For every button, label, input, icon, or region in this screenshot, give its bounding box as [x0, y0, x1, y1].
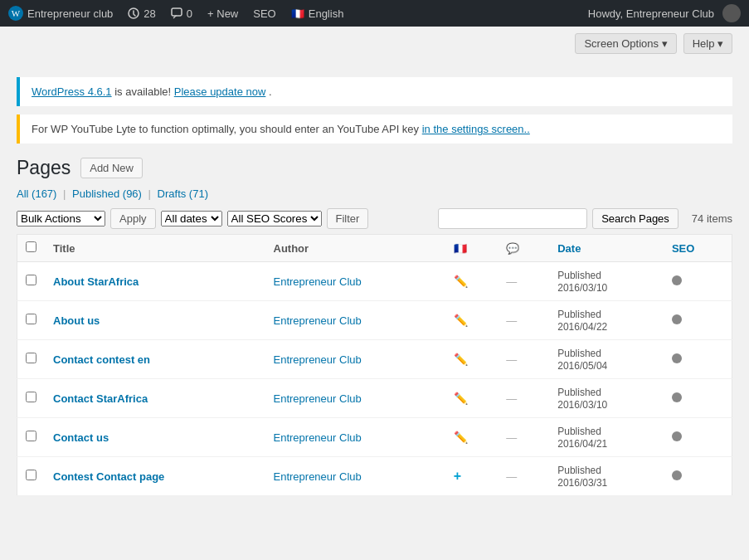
page-title-link[interactable]: Contact StarAfrica	[53, 392, 148, 405]
settings-screen-link[interactable]: in the settings screen..	[422, 123, 530, 135]
row-flag-cell: ✏️	[445, 340, 499, 379]
seo-header: SEO	[664, 235, 732, 262]
table-row: Contest Contact page Entrepreneur Club +…	[17, 457, 732, 496]
filter-all-link[interactable]: All (167)	[17, 187, 60, 200]
page-title-link[interactable]: Contact us	[53, 431, 109, 444]
dash-text: —	[506, 275, 517, 288]
howdy-text: Howdy, Entrepreneur Club	[588, 7, 714, 20]
author-link[interactable]: Entrepreneur Club	[274, 353, 362, 366]
date-value: 2016/05/04	[557, 360, 607, 372]
row-checkbox[interactable]	[26, 431, 36, 441]
page-title-link[interactable]: Contact contest en	[53, 353, 150, 366]
row-checkbox-cell	[17, 301, 46, 340]
edit-icon: ✏️	[454, 392, 468, 405]
seo-indicator	[672, 431, 682, 441]
seo-indicator	[672, 314, 682, 324]
comment-bubble-icon: 💬	[506, 242, 519, 255]
row-checkbox-cell	[17, 340, 46, 379]
select-all-header	[17, 235, 46, 262]
date-value: 2016/03/31	[557, 477, 607, 489]
row-checkbox-cell	[17, 418, 46, 457]
site-name[interactable]: W Entrepreneur club	[8, 6, 113, 21]
date-value: 2016/04/22	[557, 321, 607, 333]
page-title-link[interactable]: Contest Contact page	[53, 470, 164, 483]
edit-icon: ✏️	[454, 275, 468, 288]
wordpress-version-link[interactable]: WordPress 4.6.1	[32, 85, 112, 98]
pages-table: Title Author 🇫🇷 💬 Date SEO About StarAfr…	[17, 234, 732, 496]
filter-published-link[interactable]: Published (96)	[72, 187, 144, 200]
row-title-cell: Contact StarAfrica	[45, 379, 265, 418]
row-checkbox[interactable]	[26, 314, 36, 324]
row-dash-cell: —	[498, 340, 549, 379]
dash-text: —	[506, 353, 517, 366]
header-flag-icon: 🇫🇷	[454, 242, 467, 255]
new-item[interactable]: + New	[207, 7, 238, 20]
screen-options-button[interactable]: Screen Options ▾	[575, 33, 676, 54]
seo-item[interactable]: SEO	[253, 7, 275, 20]
table-row: About StarAfrica Entrepreneur Club ✏️ — …	[17, 262, 732, 301]
author-link[interactable]: Entrepreneur Club	[274, 431, 362, 444]
row-checkbox-cell	[17, 262, 46, 301]
row-checkbox[interactable]	[26, 392, 36, 402]
row-seo-cell	[664, 418, 732, 457]
row-seo-cell	[664, 379, 732, 418]
row-author-cell: Entrepreneur Club	[265, 418, 445, 457]
row-dash-cell: —	[498, 262, 549, 301]
row-author-cell: Entrepreneur Club	[265, 262, 445, 301]
comments-icon	[171, 7, 182, 19]
items-count: 74 items	[692, 212, 732, 225]
date-status: Published	[557, 387, 601, 398]
page-title-area: Pages Add New	[17, 157, 732, 179]
row-flag-cell: ✏️	[445, 418, 499, 457]
row-checkbox[interactable]	[26, 470, 36, 480]
search-input[interactable]	[438, 208, 587, 229]
row-flag-cell: ✏️	[445, 379, 499, 418]
row-title-cell: Contact us	[45, 418, 265, 457]
svg-rect-3	[172, 8, 182, 16]
row-checkbox[interactable]	[26, 353, 36, 363]
row-date-cell: Published 2016/04/22	[549, 301, 664, 340]
search-pages-button[interactable]: Search Pages	[592, 208, 678, 229]
language-item[interactable]: 🇫🇷 English	[291, 7, 344, 20]
updates-item[interactable]: 28	[128, 7, 155, 20]
date-status: Published	[557, 270, 601, 281]
date-header: Date	[549, 235, 664, 262]
updates-icon	[128, 7, 139, 19]
admin-bar: W Entrepreneur club 28 0 + New SEO 🇫🇷 En…	[0, 0, 749, 27]
seo-indicator	[672, 470, 682, 480]
table-row: About us Entrepreneur Club ✏️ — Publishe…	[17, 301, 732, 340]
row-dash-cell: —	[498, 418, 549, 457]
filter-button[interactable]: Filter	[327, 208, 369, 229]
row-title-cell: About us	[45, 301, 265, 340]
comments-item[interactable]: 0	[171, 7, 192, 20]
add-new-button[interactable]: Add New	[80, 158, 143, 178]
seo-filter-select[interactable]: All SEO Scores	[227, 211, 322, 226]
row-checkbox-cell	[17, 457, 46, 496]
dash-text: —	[506, 314, 517, 327]
author-link[interactable]: Entrepreneur Club	[274, 314, 362, 327]
wp-logo-icon: W	[8, 6, 23, 21]
author-link[interactable]: Entrepreneur Club	[274, 275, 362, 288]
page-title-link[interactable]: About StarAfrica	[53, 275, 139, 288]
help-button[interactable]: Help ▾	[683, 33, 732, 54]
table-row: Contact contest en Entrepreneur Club ✏️ …	[17, 340, 732, 379]
row-checkbox[interactable]	[26, 275, 36, 285]
author-link[interactable]: Entrepreneur Club	[274, 392, 362, 405]
date-value: 2016/04/21	[557, 438, 607, 450]
bulk-actions-select[interactable]: Bulk Actions Edit Move to Trash	[17, 211, 105, 226]
row-dash-cell: —	[498, 379, 549, 418]
table-row: Contact StarAfrica Entrepreneur Club ✏️ …	[17, 379, 732, 418]
apply-button[interactable]: Apply	[110, 208, 156, 229]
row-seo-cell	[664, 457, 732, 496]
filter-drafts-link[interactable]: Drafts (71)	[158, 187, 208, 200]
select-all-checkbox[interactable]	[26, 241, 36, 252]
table-body: About StarAfrica Entrepreneur Club ✏️ — …	[17, 262, 732, 496]
row-date-cell: Published 2016/03/10	[549, 379, 664, 418]
please-update-link[interactable]: Please update now	[174, 85, 266, 98]
dates-filter-select[interactable]: All dates	[161, 211, 222, 226]
page-title-link[interactable]: About us	[53, 314, 100, 327]
dash-text: —	[506, 431, 517, 444]
page-title: Pages	[17, 157, 71, 179]
date-value: 2016/03/10	[557, 282, 607, 294]
author-link[interactable]: Entrepreneur Club	[274, 470, 362, 483]
